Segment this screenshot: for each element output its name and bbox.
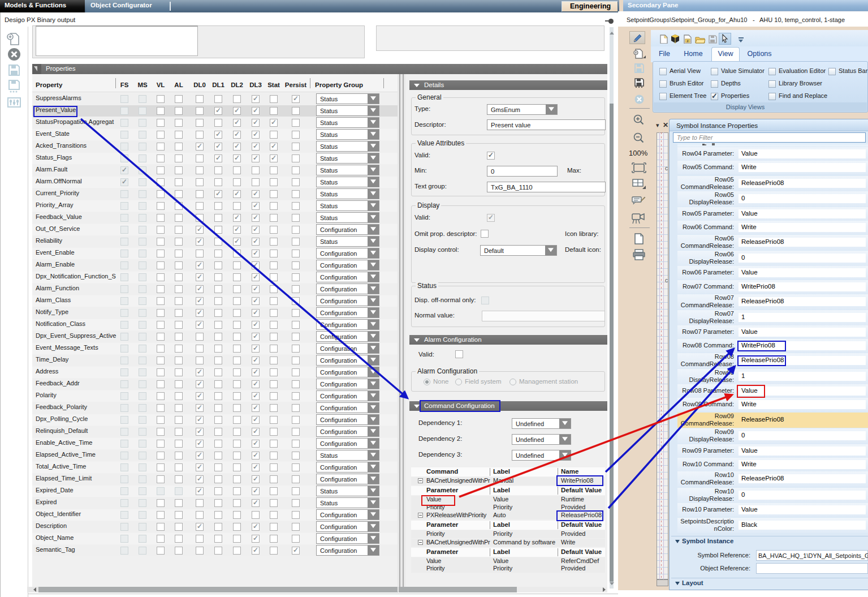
svg-text:#: # [686,39,689,43]
